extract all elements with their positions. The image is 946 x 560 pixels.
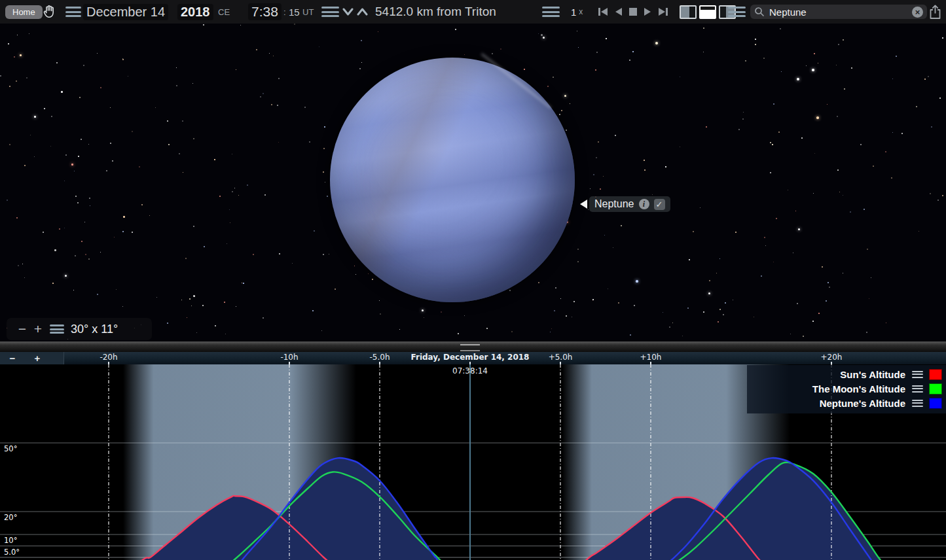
- x-tick-mark: [831, 362, 832, 364]
- legend-menu-icon[interactable]: [912, 385, 923, 393]
- x-tick-mark: [379, 362, 380, 364]
- skip-to-start-icon[interactable]: [597, 7, 609, 17]
- time-colon: :: [283, 0, 286, 24]
- x-tick-label: -10h: [280, 353, 298, 362]
- legend-label: Neptune's Altitude: [820, 398, 905, 409]
- legend-label: The Moon's Altitude: [812, 383, 905, 394]
- x-tick-label: +10h: [640, 353, 662, 362]
- date-menu-icon[interactable]: [65, 0, 81, 24]
- chart-time-axis-header[interactable]: − + Friday, December 14, 2018 -20h-10h-5…: [0, 352, 946, 364]
- chevron-up-icon[interactable]: [357, 0, 368, 24]
- location-status: 5412.0 km from Triton: [375, 0, 496, 24]
- x-tick-label: -20h: [100, 353, 117, 362]
- home-button-label: Home: [5, 5, 43, 19]
- fov-value: 30° x 11°: [71, 323, 118, 336]
- info-icon[interactable]: i: [639, 199, 649, 209]
- skysafari-app: Home December 14 2018 CE 7:38 : 15 UT 54…: [0, 0, 946, 560]
- zoom-out-button[interactable]: −: [14, 321, 30, 337]
- home-button[interactable]: Home: [5, 0, 43, 24]
- legend-row[interactable]: Neptune's Altitude: [747, 396, 942, 410]
- legend-row[interactable]: The Moon's Altitude: [747, 381, 942, 396]
- play-icon[interactable]: [643, 7, 652, 17]
- graph-zoom-in-button[interactable]: +: [25, 353, 50, 364]
- graph-zoom-control: − +: [0, 352, 64, 364]
- time-zone[interactable]: UT: [302, 0, 314, 24]
- svg-text:20°: 20°: [4, 513, 17, 522]
- date-month-day[interactable]: December 14: [83, 4, 168, 20]
- planet-neptune[interactable]: [330, 58, 575, 302]
- selected-object-label[interactable]: Neptune i ✓: [580, 196, 670, 212]
- x-tick-mark: [108, 362, 109, 364]
- label-checkbox[interactable]: ✓: [654, 199, 665, 210]
- search-input-container[interactable]: ×: [750, 5, 927, 19]
- time-flow-menu-icon[interactable]: [542, 0, 560, 24]
- bottom-panel-toggle-icon[interactable]: [699, 5, 716, 19]
- legend-menu-icon[interactable]: [912, 371, 923, 378]
- playback-controls: [594, 0, 672, 24]
- svg-text:5.0°: 5.0°: [4, 548, 20, 557]
- time-hours-minutes[interactable]: 7:38: [248, 3, 282, 20]
- chart-date-label: Friday, December 14, 2018: [411, 353, 530, 362]
- chevron-down-icon[interactable]: [342, 0, 354, 24]
- fov-menu-icon[interactable]: [50, 324, 64, 334]
- altitude-chart[interactable]: 50°20°10°5.0° 07:38:14 Sun's AltitudeThe…: [0, 364, 946, 560]
- left-panel-toggle-icon[interactable]: [680, 5, 697, 19]
- x-tick-mark: [560, 362, 561, 364]
- x-tick-mark: [650, 362, 651, 364]
- fov-control-bar: − + 30° x 11°: [7, 318, 152, 340]
- time-rate-unit: x: [579, 7, 583, 16]
- skip-to-end-icon[interactable]: [657, 7, 669, 17]
- x-tick-label: +5.0h: [549, 353, 573, 362]
- cloud-streak: [481, 53, 551, 109]
- graph-zoom-out-button[interactable]: −: [0, 353, 25, 364]
- share-icon[interactable]: [928, 0, 942, 24]
- search-input[interactable]: [768, 6, 895, 18]
- date-era[interactable]: CE: [218, 0, 230, 24]
- time-seconds[interactable]: 15: [289, 0, 300, 24]
- top-toolbar: Home December 14 2018 CE 7:38 : 15 UT 54…: [0, 0, 946, 24]
- legend-label: Sun's Altitude: [840, 369, 905, 380]
- x-tick-label: -5.0h: [369, 353, 390, 362]
- legend-menu-icon[interactable]: [912, 400, 923, 407]
- zoom-in-button[interactable]: +: [30, 321, 46, 337]
- selected-object-name: Neptune: [594, 198, 634, 210]
- view-menu-icon[interactable]: [321, 0, 339, 24]
- svg-text:10°: 10°: [4, 536, 17, 545]
- current-time-readout: 07:38:14: [452, 366, 488, 376]
- date-year[interactable]: 2018: [177, 4, 213, 20]
- date-field[interactable]: December 14: [83, 0, 168, 24]
- svg-text:50°: 50°: [4, 444, 17, 453]
- legend-color-swatch[interactable]: [929, 383, 942, 394]
- altitude-grid-labels: 50°20°10°5.0°: [4, 444, 20, 557]
- chart-legend: Sun's AltitudeThe Moon's AltitudeNeptune…: [747, 365, 946, 413]
- settings-menu-icon[interactable]: [728, 0, 746, 24]
- legend-color-swatch[interactable]: [929, 398, 942, 409]
- panel-divider[interactable]: [0, 341, 946, 352]
- x-tick-mark: [289, 362, 290, 364]
- time-field[interactable]: 7:38: [248, 0, 282, 24]
- time-rate[interactable]: 1 x: [571, 0, 583, 24]
- drag-handle-icon[interactable]: [460, 344, 480, 351]
- search-icon: [754, 7, 765, 17]
- stop-icon[interactable]: [628, 7, 638, 17]
- year-field[interactable]: 2018: [177, 0, 213, 24]
- hand-tool-icon[interactable]: [42, 0, 58, 24]
- legend-row[interactable]: Sun's Altitude: [747, 367, 942, 381]
- time-rate-value: 1: [571, 7, 576, 18]
- legend-color-swatch[interactable]: [929, 369, 942, 380]
- x-tick-label: +20h: [821, 353, 843, 362]
- step-back-icon[interactable]: [614, 7, 623, 17]
- clear-search-icon[interactable]: ×: [912, 7, 923, 18]
- starfield[interactable]: Neptune i ✓ − + 30° x 11°: [0, 24, 946, 341]
- selection-pointer-icon: [580, 200, 587, 209]
